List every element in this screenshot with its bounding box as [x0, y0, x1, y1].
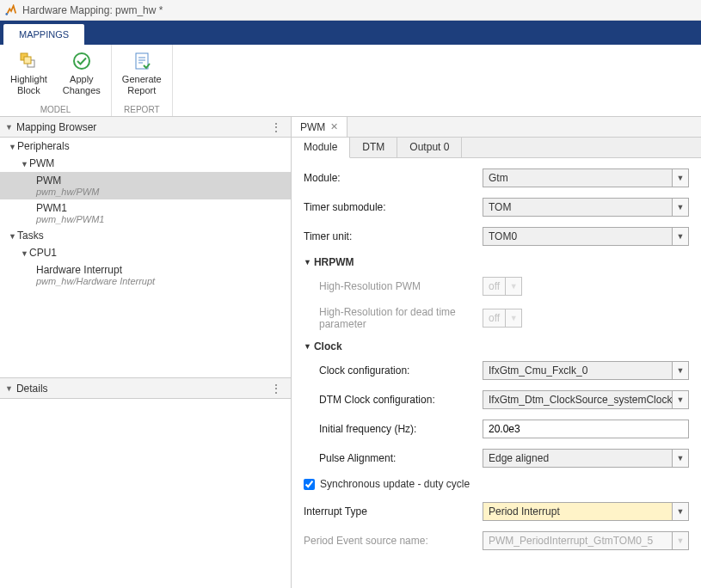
tab-mappings[interactable]: MAPPINGS	[3, 24, 84, 45]
highlight-block-button[interactable]: Highlight Block	[9, 48, 49, 97]
timer-unit-dropdown[interactable]: TOM0▼	[483, 227, 689, 246]
clock-config-dropdown[interactable]: IfxGtm_Cmu_Fxclk_0▼	[483, 361, 689, 380]
generate-report-button[interactable]: Generate Report	[120, 48, 163, 97]
hr-pwm-dropdown: off▼	[483, 277, 522, 296]
sync-update-label: Synchronous update - duty cycle	[320, 478, 470, 490]
svg-point-4	[74, 53, 89, 69]
chevron-down-icon[interactable]: ▼	[672, 361, 689, 380]
timer-sub-dropdown[interactable]: TOM▼	[483, 198, 689, 217]
apply-changes-icon	[71, 50, 93, 72]
ribbon-tab-strip: MAPPINGS	[0, 21, 701, 45]
browser-menu-button[interactable]: ⋮	[267, 120, 286, 134]
highlight-block-label: Highlight Block	[10, 74, 47, 95]
ribbon-group-report-label: REPORT	[124, 105, 160, 114]
pulse-align-label: Pulse Alignment:	[319, 452, 476, 464]
editor-sub-tabs: Module DTM Output 0	[292, 138, 701, 158]
matlab-logo-icon	[5, 4, 17, 16]
svg-rect-3	[24, 57, 31, 64]
editor-doc-tabs: PWM ✕	[292, 117, 701, 138]
details-menu-button[interactable]: ⋮	[267, 382, 286, 395]
browser-header: ▼ Mapping Browser ⋮	[0, 117, 291, 138]
details-header: ▼ Details ⋮	[0, 378, 291, 399]
pulse-align-dropdown[interactable]: Edge aligned▼	[483, 449, 689, 468]
dtm-clock-label: DTM Clock configuration:	[319, 394, 476, 406]
int-type-label: Interrupt Type	[304, 505, 476, 518]
dtm-clock-dropdown[interactable]: IfxGtm_Dtm_ClockSource_systemClock▼	[483, 390, 689, 409]
ribbon-group-model-label: MODEL	[40, 105, 71, 114]
hr-dead-label: High-Resolution for dead time parameter	[304, 306, 476, 330]
chevron-down-icon[interactable]: ▼	[672, 449, 689, 468]
hr-dead-dropdown: off▼	[483, 309, 522, 328]
highlight-block-icon	[17, 50, 40, 72]
init-freq-label: Initial frequency (Hz):	[319, 423, 476, 435]
chevron-down-icon[interactable]: ▼	[672, 502, 689, 521]
module-form: Module: Gtm▼ Timer submodule: TOM▼ Timer…	[292, 158, 701, 588]
chevron-down-icon: ▼	[505, 277, 522, 296]
tree-tasks[interactable]: ▼Tasks	[0, 227, 291, 244]
tree-cpu1[interactable]: ▼CPU1	[0, 244, 291, 261]
chevron-down-icon: ▼	[672, 531, 689, 550]
hrpwm-section[interactable]: ▼HRPWM	[304, 256, 689, 268]
timer-unit-label: Timer unit:	[304, 230, 476, 242]
svg-rect-5	[136, 53, 148, 69]
tab-dtm[interactable]: DTM	[350, 138, 397, 157]
collapse-browser-icon[interactable]: ▼	[5, 123, 13, 132]
title-bar: Hardware Mapping: pwm_hw *	[0, 0, 701, 21]
clock-section[interactable]: ▼Clock	[304, 340, 689, 352]
chevron-down-icon[interactable]: ▼	[672, 390, 689, 409]
module-dropdown[interactable]: Gtm▼	[483, 168, 689, 187]
tree-peripherals[interactable]: ▼Peripherals	[0, 138, 291, 155]
close-tab-icon[interactable]: ✕	[330, 121, 338, 132]
generate-report-label: Generate Report	[122, 74, 162, 95]
tree-pwm-group[interactable]: ▼PWM	[0, 155, 291, 172]
tree-hwint[interactable]: Hardware Interrupt pwm_hw/Hardware Inter…	[0, 261, 291, 289]
chevron-down-icon: ▼	[505, 309, 522, 328]
period-src-dropdown: PWM_PeriodInterrupt_GtmTOM0_5▼	[483, 531, 689, 550]
chevron-down-icon[interactable]: ▼	[672, 198, 689, 217]
ribbon-group-report: Generate Report REPORT	[112, 45, 173, 116]
report-icon	[131, 50, 153, 72]
hr-pwm-label: High-Resolution PWM	[304, 280, 476, 292]
tree-pwm1[interactable]: PWM1 pwm_hw/PWM1	[0, 199, 291, 227]
details-title: Details	[16, 383, 48, 395]
svg-point-0	[5, 13, 8, 15]
collapse-details-icon[interactable]: ▼	[5, 384, 13, 393]
tree-pwm0[interactable]: PWM pwm_hw/PWM	[0, 172, 291, 199]
apply-changes-button[interactable]: Apply Changes	[61, 48, 102, 97]
chevron-down-icon[interactable]: ▼	[672, 227, 689, 246]
doc-tab-pwm[interactable]: PWM ✕	[292, 117, 347, 137]
tab-output0[interactable]: Output 0	[397, 138, 462, 157]
sync-update-checkbox[interactable]	[304, 479, 315, 490]
details-body	[0, 399, 291, 588]
clock-config-label: Clock configuration:	[319, 364, 476, 377]
mapping-browser-tree[interactable]: ▼Peripherals ▼PWM PWM pwm_hw/PWM PWM1 pw…	[0, 138, 291, 378]
window-title: Hardware Mapping: pwm_hw *	[22, 4, 163, 16]
module-label: Module:	[304, 172, 476, 184]
int-type-dropdown[interactable]: Period Interrupt▼	[483, 502, 689, 521]
period-src-label: Period Event source name:	[304, 535, 476, 547]
chevron-down-icon[interactable]: ▼	[672, 168, 689, 187]
timer-sub-label: Timer submodule:	[304, 201, 476, 213]
tab-module[interactable]: Module	[292, 138, 350, 158]
browser-title: Mapping Browser	[16, 121, 96, 133]
init-freq-input[interactable]	[483, 420, 689, 438]
apply-changes-label: Apply Changes	[63, 74, 101, 95]
ribbon-group-model: Highlight Block Apply Changes MODEL	[0, 45, 112, 116]
ribbon: Highlight Block Apply Changes MODEL Gene…	[0, 45, 701, 117]
